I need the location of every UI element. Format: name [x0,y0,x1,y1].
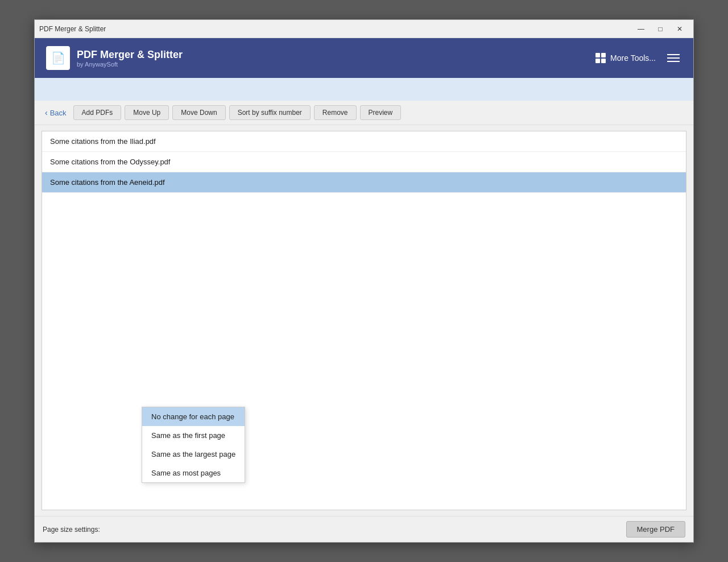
back-label: Back [50,109,67,117]
hamburger-line-2 [667,57,680,59]
maximize-button[interactable]: □ [651,23,669,35]
dropdown-item[interactable]: Same as most pages [142,464,245,482]
file-item[interactable]: Some citations from the Aeneid.pdf [42,172,686,193]
hamburger-line-3 [667,61,680,62]
main-content: Some citations from the Iliad.pdfSome ci… [35,125,693,516]
move-up-button[interactable]: Move Up [125,105,169,120]
minimize-button[interactable]: — [632,23,650,35]
hamburger-line-1 [667,54,680,55]
close-button[interactable]: ✕ [671,23,689,35]
app-byline: by AnywaySoft [77,61,595,68]
file-list[interactable]: Some citations from the Iliad.pdfSome ci… [42,131,686,510]
more-tools-label: More Tools... [610,53,656,63]
add-pdfs-button[interactable]: Add PDFs [73,105,122,120]
preview-button[interactable]: Preview [360,105,402,120]
move-down-button[interactable]: Move Down [172,105,225,120]
file-item[interactable]: Some citations from the Iliad.pdf [42,131,686,152]
merge-pdf-button[interactable]: Merge PDF [626,521,685,538]
app-name: PDF Merger & Splitter [77,49,595,61]
sort-by-suffix-button[interactable]: Sort by suffix number [229,105,311,120]
back-arrow-icon: ‹ [45,108,48,117]
hamburger-button[interactable] [665,52,682,64]
window-title: PDF Merger & Splitter [39,25,632,33]
app-header: 📄 PDF Merger & Splitter by AnywaySoft Mo… [35,38,693,78]
sub-header [35,78,693,101]
main-window: PDF Merger & Splitter — □ ✕ 📄 PDF Merger… [34,19,694,543]
dropdown-item[interactable]: Same as the largest page [142,445,245,464]
header-title-group: PDF Merger & Splitter by AnywaySoft [77,49,595,68]
app-logo: 📄 [46,46,70,70]
dropdown-item[interactable]: Same as the first page [142,426,245,445]
window-controls: — □ ✕ [632,23,689,35]
page-size-dropdown: No change for each pageSame as the first… [142,407,245,483]
more-tools-icon [595,53,606,63]
back-button[interactable]: ‹ Back [42,106,70,119]
more-tools-button[interactable]: More Tools... [595,53,656,63]
footer: Page size settings: Merge PDF [35,516,693,542]
remove-button[interactable]: Remove [314,105,357,120]
logo-icon: 📄 [51,51,65,65]
dropdown-item[interactable]: No change for each page [142,407,245,426]
title-bar: PDF Merger & Splitter — □ ✕ [35,20,693,38]
page-size-label: Page size settings: [43,526,100,534]
toolbar: ‹ Back Add PDFs Move Up Move Down Sort b… [35,101,693,125]
header-right: More Tools... [595,52,682,64]
file-item[interactable]: Some citations from the Odyssey.pdf [42,152,686,172]
